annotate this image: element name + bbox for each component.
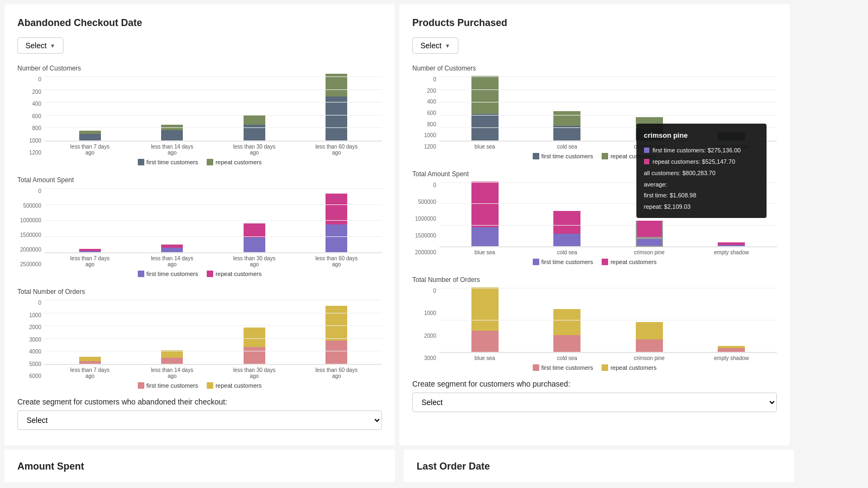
left-panel: Abandoned Checkout Date Select ▼ Number … xyxy=(4,4,395,445)
left-orders-y-axis: 6000500040003000200010000 xyxy=(17,300,44,379)
bar-label: less than 7 days ago xyxy=(68,367,112,379)
right-orders-legend: first time customers repeat customers xyxy=(412,364,777,371)
left-chart-amount: Total Amount Spent 250000020000001500000… xyxy=(17,176,382,277)
tooltip-box: crimson pine first time customers: $275,… xyxy=(636,124,767,218)
right-customers-y-axis: 120010008006004002000 xyxy=(412,76,439,150)
bar-group xyxy=(471,287,499,352)
right-select-button[interactable]: Select ▼ xyxy=(412,37,458,54)
left-segment-label: Create segment for customers who abandon… xyxy=(17,397,382,406)
bar-group xyxy=(718,242,745,247)
left-customers-legend: first time customers repeat customers xyxy=(17,159,382,165)
tooltip-avg-repeat: repeat: $2,109.03 xyxy=(644,201,759,213)
tooltip-title: crimson pine xyxy=(644,129,759,143)
bar-label: less than 14 days ago xyxy=(150,367,194,379)
chevron-down-icon: ▼ xyxy=(445,43,450,49)
bar-group xyxy=(79,249,101,253)
bottom-left-title: Amount Spent xyxy=(4,450,395,482)
left-chart-amount-title: Total Amount Spent xyxy=(17,176,382,184)
bar-group xyxy=(471,76,499,141)
bar-label: less than 14 days ago xyxy=(150,255,194,267)
tooltip-repeat: repeat customers: $525,147.70 xyxy=(644,156,759,168)
left-amount-legend: first time customers repeat customers xyxy=(17,271,382,277)
bottom-right-title: Last Order Date xyxy=(404,450,794,482)
bar-group xyxy=(553,211,580,247)
left-chart-orders: Total Number of Orders 60005000400030002… xyxy=(17,288,382,389)
right-segment-label: Create segment for customers who purchas… xyxy=(412,380,777,388)
right-segment-section: Create segment for customers who purchas… xyxy=(412,380,777,412)
left-panel-title: Abandoned Checkout Date xyxy=(17,17,382,29)
tooltip-avg-label: average: xyxy=(644,179,759,190)
bar-label: less than 30 days ago xyxy=(233,367,276,379)
bar-label: cold sea xyxy=(548,144,586,150)
bar-label: blue sea xyxy=(466,355,504,361)
bar-group xyxy=(161,245,183,253)
bar-label: empty shadow xyxy=(712,355,750,361)
left-chart-orders-title: Total Number of Orders xyxy=(17,288,382,296)
tooltip-avg-first: first time: $1,608.98 xyxy=(644,190,759,201)
tooltip-first-time: first time customers: $275,136.00 xyxy=(644,145,759,156)
right-amount-legend: first time customers repeat customers xyxy=(412,259,777,265)
bar-group xyxy=(161,125,183,141)
right-chart-orders: Total Number of Orders 3000200010000 xyxy=(412,276,777,371)
left-amount-y-axis: 25000002000000150000010000005000000 xyxy=(17,188,44,267)
bar-group xyxy=(718,346,745,352)
bar-label: less than 60 days ago xyxy=(315,144,358,156)
right-amount-y-axis: 2000000150000010000005000000 xyxy=(412,182,439,255)
bar-group xyxy=(326,306,347,364)
bar-label: less than 60 days ago xyxy=(315,255,358,267)
bar-group xyxy=(326,194,347,253)
left-segment-section: Create segment for customers who abandon… xyxy=(17,397,382,430)
bar-label: crimson pine xyxy=(630,249,668,255)
chevron-down-icon: ▼ xyxy=(50,43,55,49)
bar-group xyxy=(79,357,101,364)
right-chart-orders-title: Total Number of Orders xyxy=(412,276,777,284)
right-panel: Products Purchased Select ▼ Number of Cu… xyxy=(399,4,790,445)
bar-label: less than 14 days ago xyxy=(150,144,194,156)
bar-label: less than 7 days ago xyxy=(68,255,112,267)
left-select-button[interactable]: Select ▼ xyxy=(17,37,63,54)
bar-label: less than 30 days ago xyxy=(233,144,276,156)
bar-group xyxy=(79,131,101,141)
bar-group xyxy=(636,322,663,352)
bar-label: cold sea xyxy=(548,355,586,361)
bar-label: less than 30 days ago xyxy=(233,255,276,267)
bar-group xyxy=(471,182,499,247)
bar-group xyxy=(244,115,265,141)
tooltip-all: all customers: $800,283.70 xyxy=(644,168,759,179)
bar-label: crimson pine xyxy=(630,355,668,361)
bar-label: cold sea xyxy=(548,249,586,255)
bar-group-crimson-pine: crimson pine first time customers: $275,… xyxy=(636,221,663,247)
bar-group xyxy=(244,328,265,364)
bar-label: less than 60 days ago xyxy=(315,367,358,379)
left-segment-select[interactable]: Select xyxy=(17,410,382,430)
right-orders-y-axis: 3000200010000 xyxy=(412,288,439,361)
bar-group xyxy=(553,111,580,141)
bar-group xyxy=(553,309,580,352)
bar-label: blue sea xyxy=(466,144,504,150)
left-orders-legend: first time customers repeat customers xyxy=(17,382,382,389)
bar-group xyxy=(244,223,265,253)
bar-label: blue sea xyxy=(466,249,504,255)
right-segment-select[interactable]: Select xyxy=(412,393,777,412)
left-chart-customers-title: Number of Customers xyxy=(17,65,382,72)
right-chart-amount: Total Amount Spent 200000015000001000000… xyxy=(412,170,777,265)
bar-label: empty shadow xyxy=(712,249,750,255)
bar-group xyxy=(326,74,347,141)
bar-group xyxy=(161,350,183,364)
right-chart-customers-title: Number of Customers xyxy=(412,65,777,72)
left-chart-customers: Number of Customers 12001000800600400200… xyxy=(17,65,382,165)
bar-label: less than 7 days ago xyxy=(68,144,112,156)
left-customers-y-axis: 120010008006004002000 xyxy=(17,76,44,156)
right-panel-title: Products Purchased xyxy=(412,17,777,29)
